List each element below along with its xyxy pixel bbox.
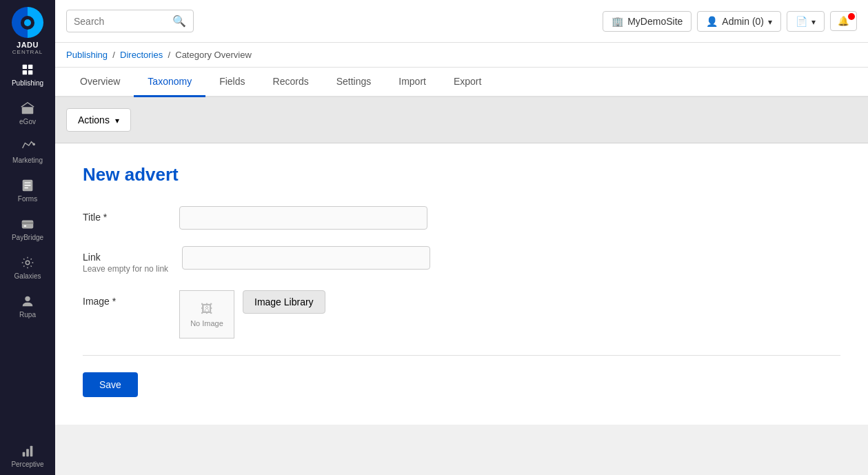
sidebar-logo-text: JADU: [17, 41, 39, 49]
sidebar-item-marketing[interactable]: Marketing: [0, 132, 55, 171]
svg-point-14: [25, 296, 30, 301]
site-button[interactable]: 🏢 MyDemoSite: [603, 11, 692, 32]
sidebar-item-label: eGov: [19, 118, 36, 125]
sidebar-logo: JADU CENTRAL: [0, 0, 55, 55]
svg-rect-4: [22, 107, 34, 114]
svg-rect-7: [24, 182, 30, 183]
svg-rect-2: [23, 70, 27, 74]
breadcrumb: Publishing / Directories / Category Over…: [55, 43, 868, 68]
save-button[interactable]: Save: [83, 372, 138, 397]
required-indicator: *: [103, 212, 107, 223]
svg-rect-1: [28, 65, 32, 69]
sidebar-item-publishing[interactable]: Publishing: [0, 55, 55, 94]
svg-rect-10: [22, 221, 34, 229]
topbar: 🔍 🏢 MyDemoSite 👤 Admin (0) 📄 🔔: [55, 0, 868, 43]
tab-settings[interactable]: Settings: [323, 68, 385, 97]
sidebar-item-label: Rupa: [19, 311, 36, 319]
sidebar: JADU CENTRAL Publishing eGov Marketing F…: [0, 0, 55, 475]
content-area: Actions New advert Title * Link Leave em…: [55, 97, 868, 475]
tab-import[interactable]: Import: [385, 68, 440, 97]
sidebar-item-paybridge[interactable]: PayBridge: [0, 210, 55, 248]
svg-rect-16: [26, 449, 29, 456]
svg-rect-3: [28, 70, 32, 74]
form-title: New advert: [83, 164, 840, 185]
image-area: 🖼 No Image Image Library: [179, 290, 325, 338]
chevron-down-icon3: [115, 114, 119, 125]
sidebar-item-egov[interactable]: eGov: [0, 94, 55, 132]
sidebar-item-rupa[interactable]: Rupa: [0, 287, 55, 325]
sidebar-item-label: Publishing: [12, 79, 43, 87]
sidebar-item-label: Marketing: [12, 156, 43, 164]
topbar-right: 🏢 MyDemoSite 👤 Admin (0) 📄 🔔: [603, 11, 857, 32]
breadcrumb-publishing[interactable]: Publishing: [66, 50, 108, 60]
actions-bar: Actions: [55, 97, 868, 143]
svg-rect-9: [24, 188, 28, 188]
link-input[interactable]: [182, 246, 430, 270]
forms-icon: [20, 178, 35, 193]
tabs: Overview Taxonomy Fields Records Setting…: [55, 68, 868, 97]
site-name: MyDemoSite: [627, 16, 683, 27]
tab-overview[interactable]: Overview: [66, 68, 134, 97]
sidebar-item-galaxies[interactable]: Galaxies: [0, 248, 55, 287]
notification-button[interactable]: 🔔: [830, 11, 857, 31]
egov-icon: [20, 101, 35, 116]
sidebar-item-perceptive[interactable]: Perceptive: [0, 436, 55, 475]
search-icon: 🔍: [172, 14, 186, 28]
title-field-group: Title *: [83, 206, 840, 230]
image-required-indicator: *: [112, 296, 116, 307]
publishing-icon: [20, 62, 35, 77]
tab-records[interactable]: Records: [259, 68, 323, 97]
image-placeholder-icon: 🖼: [201, 302, 213, 316]
image-label: Image *: [83, 290, 165, 307]
link-hint: Leave empty for no link: [83, 264, 168, 274]
jadu-logo-circle: [12, 7, 43, 38]
svg-rect-11: [22, 222, 34, 224]
actions-button[interactable]: Actions: [66, 108, 131, 132]
admin-icon: 👤: [706, 16, 718, 27]
search-box[interactable]: 🔍: [66, 10, 194, 32]
svg-rect-12: [24, 225, 27, 227]
svg-rect-8: [24, 185, 30, 185]
admin-button[interactable]: 👤 Admin (0): [697, 11, 781, 32]
chevron-down-icon2: [811, 16, 816, 27]
sidebar-item-label: Perceptive: [11, 461, 43, 468]
paybridge-icon: [20, 216, 35, 232]
image-library-button[interactable]: Image Library: [243, 290, 325, 314]
perceptive-icon: [20, 443, 35, 458]
svg-rect-15: [23, 452, 26, 456]
no-image-text: No Image: [190, 319, 223, 327]
svg-point-5: [32, 143, 35, 146]
link-field-group: Link Leave empty for no link: [83, 246, 840, 274]
docs-icon: 📄: [796, 16, 807, 27]
docs-button[interactable]: 📄: [787, 11, 825, 32]
svg-rect-0: [23, 65, 27, 69]
form-divider: [83, 355, 840, 356]
svg-point-13: [26, 261, 30, 265]
breadcrumb-current: Category Overview: [175, 50, 252, 60]
rupa-icon: [20, 294, 35, 309]
main-content: 🔍 🏢 MyDemoSite 👤 Admin (0) 📄 🔔 Publ: [55, 0, 868, 475]
marketing-icon: [20, 139, 35, 154]
sidebar-item-forms[interactable]: Forms: [0, 171, 55, 210]
title-input[interactable]: [179, 206, 427, 230]
actions-label: Actions: [78, 114, 110, 125]
form-card: New advert Title * Link Leave empty for …: [55, 143, 868, 425]
tab-fields[interactable]: Fields: [205, 68, 259, 97]
tab-taxonomy[interactable]: Taxonomy: [134, 68, 205, 97]
admin-label: Admin (0): [722, 16, 764, 27]
chevron-down-icon: [768, 16, 772, 27]
notification-badge: [848, 13, 855, 20]
breadcrumb-directories[interactable]: Directories: [120, 50, 163, 60]
tab-export[interactable]: Export: [440, 68, 495, 97]
title-label: Title *: [83, 206, 165, 223]
sidebar-item-label: PayBridge: [12, 234, 43, 241]
link-label: Link Leave empty for no link: [83, 246, 168, 274]
svg-rect-17: [30, 446, 33, 457]
no-image-placeholder: 🖼 No Image: [179, 290, 234, 338]
image-field-group: Image * 🖼 No Image Image Library: [83, 290, 840, 338]
sidebar-logo-sub: CENTRAL: [12, 49, 43, 55]
site-icon: 🏢: [612, 16, 623, 27]
sidebar-item-label: Forms: [18, 195, 37, 203]
galaxies-icon: [20, 255, 35, 270]
search-input[interactable]: [74, 16, 167, 27]
